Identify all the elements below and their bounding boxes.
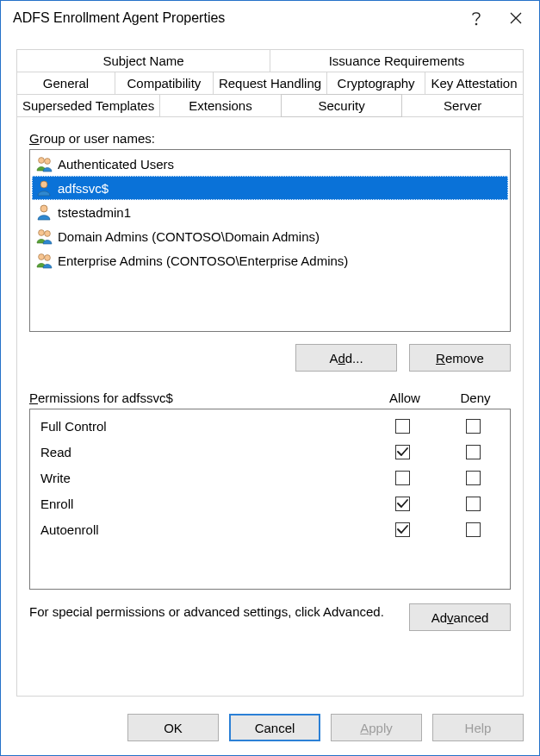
close-button[interactable] — [496, 6, 536, 30]
titlebar: ADFS Enrollment Agent Properties — [1, 1, 539, 35]
help-button[interactable] — [456, 6, 496, 30]
dialog-window: ADFS Enrollment Agent Properties Subject… — [0, 0, 540, 756]
tab-key-attestation[interactable]: Key Attestation — [425, 72, 524, 94]
group-icon — [35, 252, 53, 269]
tab-cryptography[interactable]: Cryptography — [326, 72, 425, 94]
dialog-content: Subject NameIssuance Requirements Genera… — [1, 35, 539, 705]
user-icon — [35, 203, 53, 221]
list-item[interactable]: Domain Admins (CONTOSO\Domain Admins) — [32, 224, 508, 248]
ok-button[interactable]: OK — [127, 714, 219, 741]
column-deny: Deny — [440, 390, 511, 405]
checkbox[interactable] — [395, 497, 410, 511]
list-item-label: Authenticated Users — [58, 157, 174, 172]
cancel-button[interactable]: Cancel — [229, 714, 320, 741]
permissions-header: Permissions for adfssvc$ Allow Deny — [29, 390, 511, 405]
list-item[interactable]: adfssvc$ — [32, 176, 508, 200]
group-icon — [35, 155, 53, 172]
list-item-label: Enterprise Admins (CONTOSO\Enterprise Ad… — [58, 253, 348, 268]
permission-row: Full Control — [32, 413, 508, 439]
list-item[interactable]: tstestadmin1 — [32, 200, 508, 224]
tab-request-handling[interactable]: Request Handling — [213, 72, 327, 94]
window-title: ADFS Enrollment Agent Properties — [13, 10, 456, 26]
tab-general[interactable]: General — [16, 72, 115, 94]
checkbox[interactable] — [466, 419, 481, 434]
permission-row: Write — [32, 465, 508, 490]
list-buttons: Add... Remove — [29, 344, 511, 372]
tab-compatibility[interactable]: Compatibility — [115, 72, 214, 94]
tab-server[interactable]: Server — [401, 94, 524, 117]
add-button[interactable]: Add... — [295, 344, 397, 372]
group-user-listbox[interactable]: Authenticated Usersadfssvc$tstestadmin1D… — [29, 149, 511, 332]
apply-button[interactable]: Apply — [331, 714, 422, 741]
permission-label: Write — [32, 471, 367, 485]
help-footer-button[interactable]: Help — [432, 714, 524, 741]
tab-security[interactable]: Security — [281, 94, 403, 117]
permission-row: Read — [32, 439, 508, 465]
list-item-label: Domain Admins (CONTOSO\Domain Admins) — [58, 229, 320, 244]
permission-row: Enroll — [32, 490, 508, 516]
permission-label: Autoenroll — [32, 522, 367, 537]
tab-issuance-requirements[interactable]: Issuance Requirements — [270, 49, 524, 72]
tab-superseded-templates[interactable]: Superseded Templates — [16, 94, 160, 117]
permissions-listbox: Full ControlReadWriteEnrollAutoenroll — [29, 409, 511, 590]
checkbox[interactable] — [395, 445, 410, 459]
checkbox[interactable] — [466, 497, 481, 511]
checkbox[interactable] — [395, 419, 410, 434]
tab-control: Subject NameIssuance Requirements Genera… — [16, 49, 524, 117]
user-icon — [35, 179, 53, 197]
list-item[interactable]: Authenticated Users — [32, 152, 508, 176]
column-allow: Allow — [369, 390, 440, 405]
tab-body-security: Group or user names: Authenticated Users… — [16, 116, 524, 697]
permission-label: Enroll — [32, 497, 367, 511]
checkbox[interactable] — [466, 522, 481, 537]
list-item-label: adfssvc$ — [58, 181, 109, 196]
permission-row: Autoenroll — [32, 516, 508, 542]
checkbox[interactable] — [395, 522, 410, 537]
tab-subject-name[interactable]: Subject Name — [16, 49, 270, 72]
advanced-button[interactable]: Advanced — [409, 603, 511, 631]
remove-button[interactable]: Remove — [409, 344, 511, 372]
group-icon — [35, 228, 53, 245]
advanced-row: For special permissions or advanced sett… — [29, 603, 511, 631]
svg-point-0 — [475, 23, 477, 25]
group-or-user-label: Group or user names: — [29, 131, 511, 146]
checkbox[interactable] — [466, 445, 481, 459]
permission-label: Read — [32, 445, 367, 459]
advanced-text: For special permissions or advanced sett… — [29, 603, 392, 621]
list-item[interactable]: Enterprise Admins (CONTOSO\Enterprise Ad… — [32, 248, 508, 272]
permission-label: Full Control — [32, 419, 367, 434]
list-item-label: tstestadmin1 — [58, 205, 131, 220]
tab-extensions[interactable]: Extensions — [159, 94, 282, 117]
checkbox[interactable] — [466, 471, 481, 485]
dialog-buttons: OK Cancel Apply Help — [1, 705, 539, 755]
checkbox[interactable] — [395, 471, 410, 485]
